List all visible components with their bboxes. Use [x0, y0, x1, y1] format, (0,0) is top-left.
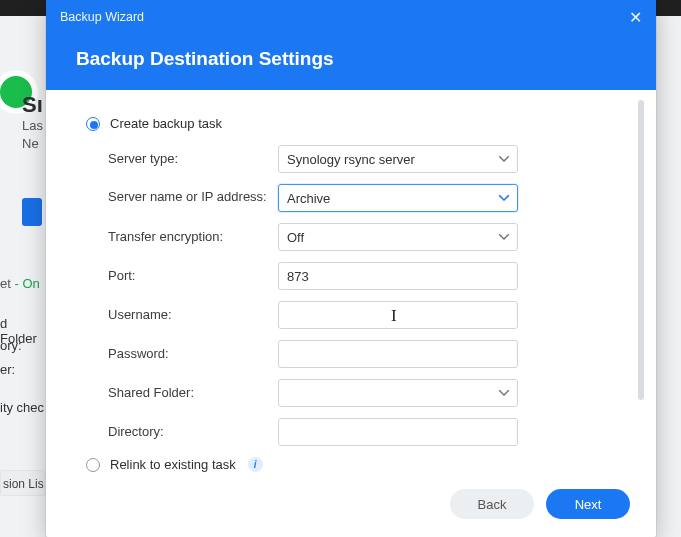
bg-blue-button[interactable]	[22, 198, 42, 226]
label-password: Password:	[108, 346, 278, 362]
input-port[interactable]	[278, 262, 518, 290]
label-username: Username:	[108, 307, 278, 323]
directory-input[interactable]	[287, 419, 509, 445]
field-server-type: Server type: Synology rsync server	[108, 145, 618, 173]
bg-list-button[interactable]: sion Lis	[0, 470, 45, 496]
bg-row: er:	[0, 362, 45, 377]
label-server-type: Server type:	[108, 151, 278, 167]
radio-label: Create backup task	[110, 116, 222, 131]
field-username: Username: I	[108, 301, 618, 329]
password-input[interactable]	[287, 341, 509, 367]
field-encryption: Transfer encryption: Off	[108, 223, 618, 251]
combo-server-name[interactable]: Archive	[278, 184, 518, 212]
bg-heading: Sı	[22, 92, 43, 118]
field-shared-folder: Shared Folder:	[108, 379, 618, 407]
close-icon[interactable]: ✕	[629, 8, 642, 27]
field-password: Password:	[108, 340, 618, 368]
bg-text-las: Las	[22, 118, 43, 133]
port-input[interactable]	[287, 263, 509, 289]
input-password[interactable]	[278, 340, 518, 368]
input-username[interactable]: I	[278, 301, 518, 329]
radio-label: Relink to existing task	[110, 457, 236, 472]
radio-relink-task[interactable]: Relink to existing task i	[84, 457, 618, 472]
chevron-down-icon	[499, 195, 509, 201]
modal-titlebar: Backup Wizard ✕	[46, 0, 656, 34]
modal-footer: Back Next	[46, 477, 656, 537]
select-encryption[interactable]: Off	[278, 223, 518, 251]
back-button[interactable]: Back	[450, 489, 534, 519]
field-port: Port:	[108, 262, 618, 290]
modal-body: Create backup task Server type: Synology…	[46, 90, 656, 477]
field-directory: Directory:	[108, 418, 618, 446]
label-directory: Directory:	[108, 424, 278, 440]
select-shared-folder[interactable]	[278, 379, 518, 407]
bg-row: ity chec	[0, 400, 45, 415]
bg-row: ory:	[0, 338, 45, 353]
label-server-name: Server name or IP address:	[108, 184, 278, 205]
radio-icon	[86, 117, 100, 131]
label-shared-folder: Shared Folder:	[108, 385, 278, 401]
input-directory[interactable]	[278, 418, 518, 446]
info-icon[interactable]: i	[248, 457, 263, 472]
modal-title: Backup Wizard	[60, 10, 144, 24]
scrollbar-thumb[interactable]	[638, 100, 644, 400]
chevron-down-icon	[499, 156, 509, 162]
label-port: Port:	[108, 268, 278, 284]
label-encryption: Transfer encryption:	[108, 229, 278, 245]
radio-create-task[interactable]: Create backup task	[84, 116, 618, 131]
username-input[interactable]	[287, 302, 509, 328]
combo-value: Archive	[287, 191, 330, 206]
select-value: Off	[287, 230, 304, 245]
radio-icon	[86, 458, 100, 472]
select-server-type[interactable]: Synology rsync server	[278, 145, 518, 173]
form-create-task: Server type: Synology rsync server Serve…	[84, 145, 618, 446]
bg-status-tag: et - On	[0, 276, 40, 291]
field-server-name: Server name or IP address: Archive	[108, 184, 618, 212]
chevron-down-icon	[499, 390, 509, 396]
backup-wizard-modal: Backup Wizard ✕ Backup Destination Setti…	[46, 0, 656, 537]
next-button[interactable]: Next	[546, 489, 630, 519]
bg-text-ne: Ne	[22, 136, 39, 151]
chevron-down-icon	[499, 234, 509, 240]
modal-header: Backup Destination Settings	[46, 34, 656, 90]
select-value: Synology rsync server	[287, 152, 415, 167]
